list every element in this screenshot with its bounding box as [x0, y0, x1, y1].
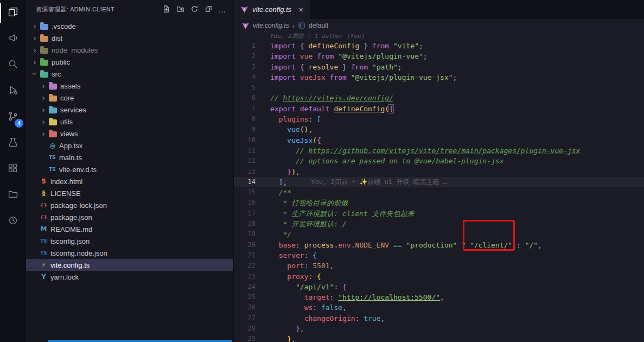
line-number[interactable]: 2 — [234, 51, 265, 61]
tree-item-package-json[interactable]: {}package.json — [26, 211, 233, 223]
code-line-22[interactable]: 22 port: 5501, — [234, 261, 644, 271]
tree-item-utils[interactable]: ›utils — [26, 116, 233, 128]
code-line-14[interactable]: 14 ],You, 2周前 • ✨前端 ui 升级 暗黑主题 … — [234, 177, 644, 187]
line-number[interactable]: 29 — [234, 334, 265, 342]
line-number[interactable]: 20 — [234, 240, 265, 250]
activity-testing-button[interactable] — [0, 130, 26, 156]
line-number[interactable]: 14 — [234, 177, 265, 187]
tree-item-yarn-lock[interactable]: Yyarn.lock — [26, 271, 233, 283]
line-number[interactable]: 9 — [234, 124, 265, 135]
more-actions-button[interactable]: … — [217, 4, 228, 15]
tree-item-vite-config-ts[interactable]: ⚡vite.config.ts — [26, 259, 233, 271]
code-line-20[interactable]: 20 base: process.env.NODE_ENV == "produc… — [234, 240, 644, 250]
tree-item-core[interactable]: ›core — [26, 92, 233, 104]
refresh-icon — [190, 5, 199, 14]
line-number[interactable]: 10 — [234, 135, 265, 145]
code-line-23[interactable]: 23 proxy: { — [234, 271, 644, 282]
code-line-28[interactable]: 28 }, — [234, 324, 644, 334]
tree-item-main-ts[interactable]: TSmain.ts — [26, 151, 233, 163]
code-line-11[interactable]: 11 // https://github.com/vitejs/vite/tre… — [234, 145, 644, 156]
code-line-9[interactable]: 9 vue(), — [234, 124, 644, 135]
code-line-12[interactable]: 12 // options are passed on to @vue/babe… — [234, 156, 644, 166]
line-number[interactable]: 23 — [234, 271, 265, 282]
tree-item-node-modules[interactable]: ›node_modules — [26, 44, 233, 56]
code-line-8[interactable]: 8 plugins: [ — [234, 114, 644, 124]
code-line-24[interactable]: 24 "/api/v1": { — [234, 282, 644, 292]
code-line-26[interactable]: 26 ws: false, — [234, 302, 644, 313]
code-line-21[interactable]: 21 server: { — [234, 250, 644, 261]
line-number[interactable]: 21 — [234, 250, 265, 261]
tree-item-public[interactable]: ›public — [26, 56, 233, 68]
new-file-button[interactable] — [161, 4, 171, 15]
code-line-10[interactable]: 10 vueJsx({ — [234, 135, 644, 145]
code-line-18[interactable]: 18 * 开发环境默认: / — [234, 219, 644, 229]
code-line-13[interactable]: 13 }), — [234, 167, 644, 177]
code-line-3[interactable]: 3import { resolve } from "path"; — [234, 62, 644, 72]
line-number[interactable]: 28 — [234, 324, 265, 334]
line-number[interactable]: 27 — [234, 313, 265, 324]
activity-history-button[interactable] — [0, 208, 26, 235]
line-number[interactable]: 25 — [234, 292, 265, 302]
line-number[interactable]: 1 — [234, 41, 265, 51]
code-line-7[interactable]: 7export default defineConfig({ — [234, 104, 644, 114]
tree-item-app-tsx[interactable]: ◎App.tsx — [26, 140, 233, 151]
code-line-15[interactable]: 15 /** — [234, 187, 644, 198]
line-number[interactable]: 11 — [234, 145, 265, 156]
tree-item-index-html[interactable]: 5index.html — [26, 175, 233, 187]
code-line-25[interactable]: 25 target: "http://localhost:5500/", — [234, 292, 644, 302]
code-line-2[interactable]: 2import vue from "@vitejs/plugin-vue"; — [234, 51, 644, 61]
tree-item-package-lock-json[interactable]: {}package-lock.json — [26, 199, 233, 211]
line-number[interactable]: 6 — [234, 93, 265, 103]
refresh-button[interactable] — [189, 4, 200, 15]
line-number[interactable]: 5 — [234, 83, 265, 93]
activity-announcement-button[interactable] — [0, 26, 26, 52]
activity-search-button[interactable] — [0, 52, 26, 78]
breadcrumb-symbol[interactable]: default — [309, 22, 328, 29]
code-line-1[interactable]: 1import { defineConfig } from "vite"; — [234, 41, 644, 51]
line-number[interactable]: 26 — [234, 302, 265, 313]
line-number[interactable]: 3 — [234, 62, 265, 72]
code-line-17[interactable]: 17 * 生产环境默认: client 文件夹包起来 — [234, 208, 644, 219]
tree-item--vscode[interactable]: ›.vscode — [26, 20, 233, 32]
activity-files-button[interactable] — [0, 0, 26, 26]
activity-extensions-button[interactable] — [0, 156, 26, 182]
line-number[interactable]: 7 — [234, 104, 265, 114]
code-line-16[interactable]: 16 * 打包给目录的前缀 — [234, 198, 644, 208]
line-number[interactable]: 16 — [234, 198, 265, 208]
line-number[interactable]: 15 — [234, 187, 265, 198]
tree-item-services[interactable]: ›services — [26, 104, 233, 116]
tab-vite-config-ts[interactable]: vite.config.ts × — [234, 0, 310, 19]
line-number[interactable]: 12 — [234, 156, 265, 166]
tree-item-readme-md[interactable]: MREADME.md — [26, 223, 233, 235]
line-number[interactable]: 22 — [234, 261, 265, 271]
tree-item-vite-env-d-ts[interactable]: TSvite-env.d.ts — [26, 163, 233, 175]
tree-item-dist[interactable]: ›dist — [26, 32, 233, 44]
collapse-all-icon — [205, 5, 213, 14]
line-number[interactable]: 17 — [234, 208, 265, 219]
code-line-29[interactable]: 29 }, — [234, 334, 644, 342]
line-number[interactable]: 4 — [234, 72, 265, 83]
tree-item-license[interactable]: §LICENSE — [26, 187, 233, 199]
code-line-6[interactable]: 6// https://vitejs.dev/config/ — [234, 93, 644, 103]
line-number[interactable]: 19 — [234, 229, 265, 239]
new-folder-button[interactable] — [175, 4, 186, 15]
code-line-4[interactable]: 4import vueJsx from "@vitejs/plugin-vue-… — [234, 72, 644, 83]
code-line-27[interactable]: 27 changeOrigin: true, — [234, 313, 644, 324]
breadcrumb-file[interactable]: vite.config.ts — [253, 22, 289, 29]
code-line-5[interactable]: 5 — [234, 83, 644, 93]
line-number[interactable]: 24 — [234, 282, 265, 292]
tree-item-src[interactable]: ›src — [26, 68, 233, 80]
activity-source-control-button[interactable]: 4 — [0, 104, 26, 130]
tree-item-tsconfig-node-json[interactable]: TStsconfig.node.json — [26, 247, 233, 259]
tree-item-assets[interactable]: ›assets — [26, 80, 233, 92]
close-icon[interactable]: × — [298, 5, 303, 14]
line-number[interactable]: 13 — [234, 167, 265, 177]
activity-run-debug-button[interactable] — [0, 78, 26, 104]
code-line-19[interactable]: 19 */ — [234, 229, 644, 239]
line-number[interactable]: 8 — [234, 114, 265, 124]
open-editors-button[interactable] — [203, 4, 214, 15]
activity-folder-library-button[interactable] — [0, 182, 26, 208]
line-number[interactable]: 18 — [234, 219, 265, 229]
tree-item-views[interactable]: ›views — [26, 128, 233, 140]
tree-item-tsconfig-json[interactable]: TStsconfig.json — [26, 235, 233, 247]
